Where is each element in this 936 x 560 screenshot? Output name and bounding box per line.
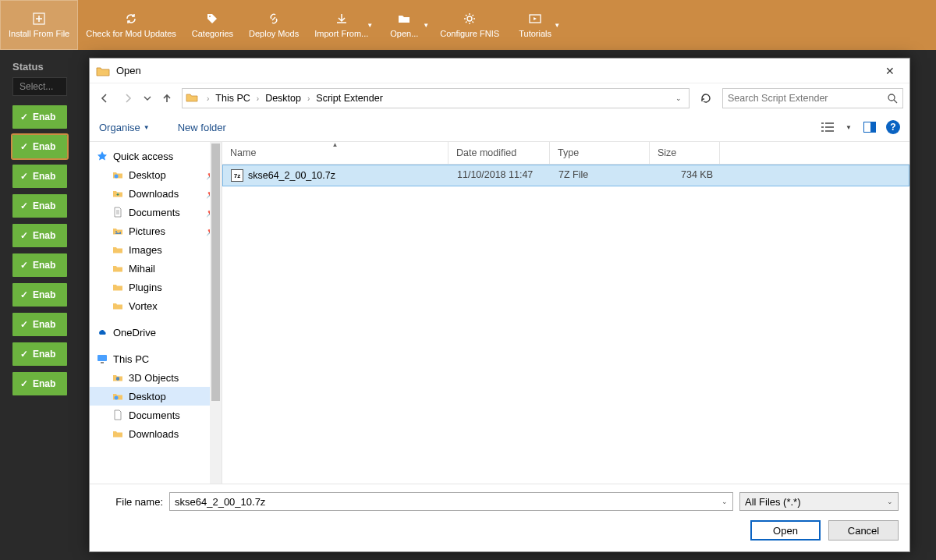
file-row[interactable]: 7zskse64_2_00_10.7z 11/10/2018 11:47 7Z … bbox=[222, 165, 909, 186]
toolbar-label: Import From... bbox=[314, 29, 368, 38]
sidebar-item-3d-objects[interactable]: 3D Objects bbox=[90, 368, 222, 387]
organise-dropdown[interactable]: Organise ▼ bbox=[99, 122, 150, 133]
check-icon: ✓ bbox=[20, 319, 28, 330]
search-box[interactable] bbox=[722, 88, 903, 108]
enabled-pill[interactable]: ✓Enab bbox=[12, 283, 67, 307]
folder-open-icon bbox=[96, 64, 110, 78]
up-button[interactable] bbox=[158, 89, 176, 108]
sidebar-item-documents-pc[interactable]: Documents bbox=[90, 406, 222, 424]
categories-button[interactable]: Categories bbox=[184, 0, 241, 50]
sidebar-this-pc[interactable]: This PC bbox=[90, 349, 222, 368]
back-button[interactable] bbox=[96, 89, 113, 108]
enabled-pill[interactable]: ✓Enab bbox=[12, 313, 67, 336]
folder-icon bbox=[112, 187, 124, 200]
toolbar-label: Install From File bbox=[9, 29, 69, 38]
svg-point-11 bbox=[115, 396, 119, 400]
cancel-button[interactable]: Cancel bbox=[828, 520, 899, 541]
filename-input[interactable]: skse64_2_00_10.7z⌄ bbox=[169, 492, 733, 511]
refresh-button[interactable] bbox=[696, 88, 716, 108]
svg-point-1 bbox=[209, 16, 211, 17]
forward-button[interactable] bbox=[119, 89, 136, 108]
col-size[interactable]: Size bbox=[650, 142, 720, 164]
chevron-down-icon: ▼ bbox=[367, 22, 373, 29]
open-file-button[interactable]: Open bbox=[750, 520, 821, 541]
view-list-icon[interactable] bbox=[819, 119, 836, 136]
sidebar-item-vortex[interactable]: Vortex bbox=[90, 296, 222, 315]
filter-dropdown[interactable]: All Files (*.*)⌄ bbox=[739, 492, 899, 511]
enabled-pill[interactable]: ✓Enab bbox=[12, 105, 67, 129]
enabled-pill[interactable]: ✓Enab bbox=[12, 165, 67, 188]
file-open-dialog: Open ✕ › This PC › Desktop › Script Exte… bbox=[89, 58, 910, 552]
new-folder-button[interactable]: New folder bbox=[178, 122, 226, 133]
enabled-pill[interactable]: ✓Enab bbox=[12, 253, 67, 277]
sidebar-item-documents[interactable]: Documents📌 bbox=[90, 203, 222, 222]
chevron-down-icon: ▼ bbox=[144, 124, 150, 131]
enabled-pill[interactable]: ✓Enab bbox=[12, 224, 67, 247]
file-name-cell: 7zskse64_2_00_10.7z bbox=[223, 169, 449, 182]
toolbar-label: Categories bbox=[192, 29, 233, 38]
check-icon: ✓ bbox=[20, 349, 28, 360]
sidebar-quick-access[interactable]: Quick access bbox=[90, 147, 222, 165]
folder-icon bbox=[112, 281, 124, 293]
sidebar-item-pictures[interactable]: Pictures📌 bbox=[90, 222, 222, 240]
vortex-toolbar: Install From File Check for Mod Updates … bbox=[0, 0, 936, 50]
deploy-mods-button[interactable]: Deploy Mods bbox=[241, 0, 307, 50]
sidebar-onedrive[interactable]: OneDrive bbox=[90, 323, 222, 342]
sidebar-item-images[interactable]: Images bbox=[90, 240, 222, 259]
crumb-this-pc[interactable]: This PC bbox=[213, 91, 252, 105]
sidebar-item-downloads[interactable]: Downloads📌 bbox=[90, 184, 222, 203]
scrollbar-thumb[interactable] bbox=[211, 144, 220, 401]
column-headers: Name▲ Date modified Type Size bbox=[222, 142, 909, 165]
sidebar-item-desktop-pc[interactable]: Desktop bbox=[90, 387, 222, 406]
folder-icon bbox=[112, 262, 124, 275]
check-icon: ✓ bbox=[20, 112, 28, 122]
enabled-pill[interactable]: ✓Enab bbox=[12, 194, 67, 218]
check-icon: ✓ bbox=[20, 378, 28, 389]
svg-point-4 bbox=[888, 94, 895, 101]
enabled-pill[interactable]: ✓Enab bbox=[12, 372, 67, 395]
col-type[interactable]: Type bbox=[550, 142, 650, 164]
crumb-desktop[interactable]: Desktop bbox=[263, 91, 303, 105]
svg-point-7 bbox=[115, 175, 119, 179]
chevron-down-icon: ⌄ bbox=[887, 498, 893, 505]
filename-label: File name: bbox=[101, 496, 163, 508]
open-button[interactable]: Open... ▼ bbox=[376, 0, 432, 50]
breadcrumb-bar[interactable]: › This PC › Desktop › Script Extender ⌄ bbox=[182, 88, 690, 108]
status-select[interactable]: Select... bbox=[12, 77, 67, 96]
recent-dropdown[interactable] bbox=[143, 89, 152, 108]
download-icon bbox=[335, 12, 349, 26]
col-name[interactable]: Name▲ bbox=[222, 142, 448, 164]
check-updates-button[interactable]: Check for Mod Updates bbox=[78, 0, 184, 50]
enabled-pill[interactable]: ✓Enab bbox=[12, 342, 67, 366]
crumb-script-extender[interactable]: Script Extender bbox=[314, 91, 385, 105]
nav-row: › This PC › Desktop › Script Extender ⌄ bbox=[90, 83, 909, 113]
sidebar-item-mihail[interactable]: Mihail bbox=[90, 259, 222, 278]
help-button[interactable]: ? bbox=[886, 120, 900, 134]
view-dropdown[interactable]: ▼ bbox=[844, 119, 853, 136]
sidebar-item-plugins[interactable]: Plugins bbox=[90, 278, 222, 296]
search-input[interactable] bbox=[728, 93, 887, 104]
refresh-icon bbox=[124, 12, 138, 26]
chevron-down-icon[interactable]: ⌄ bbox=[672, 94, 686, 102]
tutorials-button[interactable]: Tutorials ▼ bbox=[507, 0, 563, 50]
configure-fnis-button[interactable]: Configure FNIS bbox=[432, 0, 507, 50]
cloud-icon bbox=[96, 326, 108, 338]
check-icon: ✓ bbox=[20, 289, 28, 300]
sidebar-item-desktop[interactable]: Desktop📌 bbox=[90, 165, 222, 184]
folder-icon bbox=[112, 225, 124, 237]
titlebar: Open ✕ bbox=[90, 58, 909, 83]
preview-pane-icon[interactable] bbox=[861, 119, 878, 136]
svg-point-2 bbox=[467, 16, 472, 21]
import-from-button[interactable]: Import From... ▼ bbox=[307, 0, 376, 50]
chevron-down-icon[interactable]: ⌄ bbox=[722, 498, 728, 505]
close-button[interactable]: ✕ bbox=[877, 65, 903, 77]
toolbar-label: Deploy Mods bbox=[249, 29, 299, 38]
col-date[interactable]: Date modified bbox=[448, 142, 550, 164]
link-icon bbox=[267, 12, 281, 26]
install-from-file-button[interactable]: Install From File bbox=[0, 0, 78, 50]
enabled-pill[interactable]: ✓Enab bbox=[12, 135, 67, 158]
sidebar-item-downloads-pc[interactable]: Downloads bbox=[90, 424, 222, 443]
scrollbar[interactable] bbox=[210, 142, 222, 484]
svg-rect-10 bbox=[101, 362, 104, 363]
sort-asc-icon: ▲ bbox=[332, 141, 339, 148]
